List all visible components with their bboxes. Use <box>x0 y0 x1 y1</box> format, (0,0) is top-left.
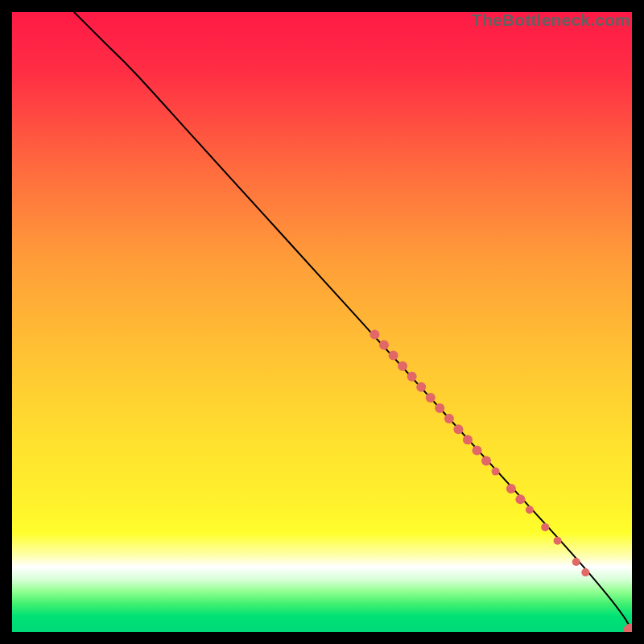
scatter-point <box>481 456 491 466</box>
scatter-point <box>506 484 516 493</box>
curve-line <box>74 12 632 632</box>
scatter-point <box>444 414 454 423</box>
scatter-point <box>398 361 407 371</box>
scatter-point <box>492 468 500 476</box>
scatter-point <box>416 382 426 392</box>
chart-overlay <box>12 12 632 632</box>
scatter-point <box>554 537 562 545</box>
scatter-point <box>473 445 482 455</box>
scatter-point <box>453 424 463 434</box>
scatter-point <box>624 624 632 632</box>
scatter-point <box>435 403 444 413</box>
scatter-point <box>526 506 534 514</box>
chart-stage: TheBottleneck.com <box>0 0 644 644</box>
scatter-point <box>463 435 473 444</box>
scatter-point <box>541 523 549 531</box>
scatter-points <box>369 329 632 632</box>
scatter-point <box>426 393 436 402</box>
scatter-point <box>379 341 389 350</box>
scatter-point <box>515 494 525 504</box>
scatter-point <box>581 568 589 576</box>
scatter-point <box>389 351 398 361</box>
watermark-text: TheBottleneck.com <box>472 10 630 30</box>
scatter-point <box>369 329 379 339</box>
scatter-point <box>572 558 580 566</box>
scatter-point <box>407 372 417 382</box>
plot-area: TheBottleneck.com <box>12 12 632 632</box>
